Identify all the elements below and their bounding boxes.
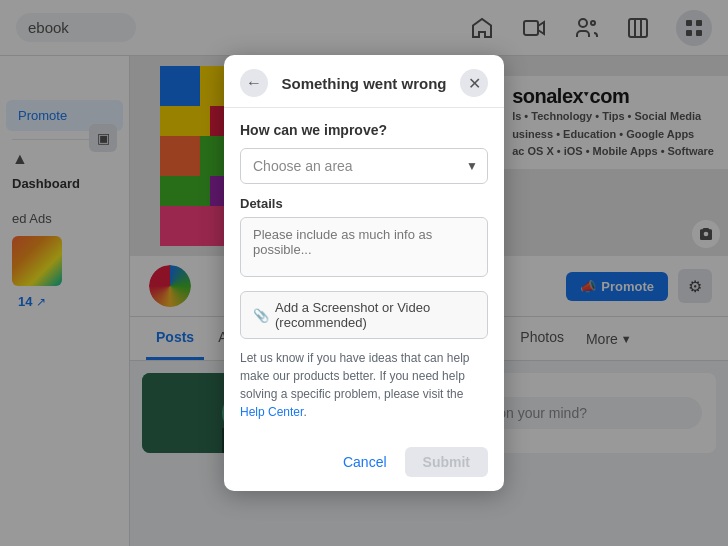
modal-back-button[interactable]: ← xyxy=(240,69,268,97)
details-label: Details xyxy=(240,196,488,211)
modal-body: How can we improve? Choose an area ▼ Det… xyxy=(224,108,504,447)
modal-info: Let us know if you have ideas that can h… xyxy=(240,349,488,421)
area-select[interactable]: Choose an area xyxy=(240,148,488,184)
submit-button[interactable]: Submit xyxy=(405,447,488,477)
cancel-button[interactable]: Cancel xyxy=(333,447,397,477)
close-icon: ✕ xyxy=(468,74,481,93)
screenshot-label: Add a Screenshot or Video (recommended) xyxy=(275,300,475,330)
modal-title: Something went wrong xyxy=(268,75,460,92)
back-icon: ← xyxy=(246,74,262,92)
info-text: Let us know if you have ideas that can h… xyxy=(240,351,469,401)
screenshot-button[interactable]: 📎 Add a Screenshot or Video (recommended… xyxy=(240,291,488,339)
modal-footer: Cancel Submit xyxy=(224,447,504,491)
modal-question: How can we improve? xyxy=(240,122,488,138)
help-center-link[interactable]: Help Center xyxy=(240,405,303,419)
details-textarea[interactable] xyxy=(240,217,488,277)
area-select-wrapper: Choose an area ▼ xyxy=(240,148,488,184)
feedback-modal: ← Something went wrong ✕ How can we impr… xyxy=(224,55,504,491)
modal-overlay: ← Something went wrong ✕ How can we impr… xyxy=(0,0,728,546)
modal-close-button[interactable]: ✕ xyxy=(460,69,488,97)
modal-header: ← Something went wrong ✕ xyxy=(224,55,504,108)
attachment-icon: 📎 xyxy=(253,308,269,323)
